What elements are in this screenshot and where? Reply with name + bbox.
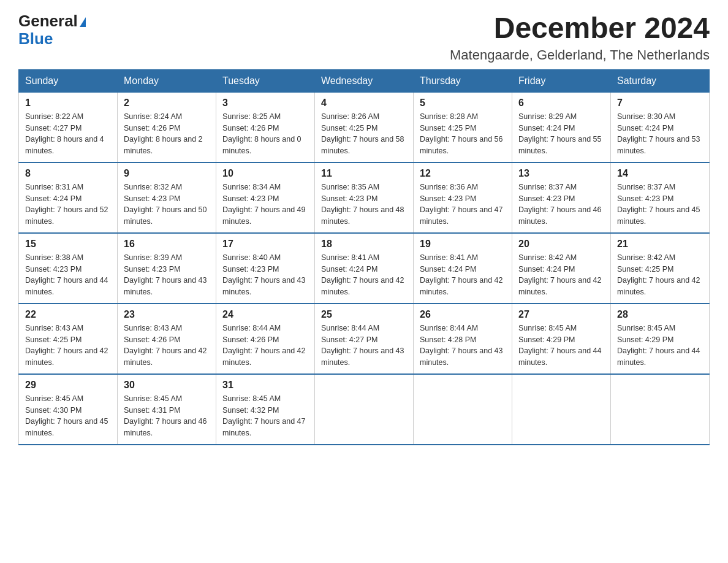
day-info: Sunrise: 8:29 AMSunset: 4:24 PMDaylight:… xyxy=(518,111,604,157)
table-row: 6Sunrise: 8:29 AMSunset: 4:24 PMDaylight… xyxy=(512,92,611,163)
header-friday: Friday xyxy=(512,70,611,92)
day-number: 13 xyxy=(518,168,604,179)
calendar-week-row: 22Sunrise: 8:43 AMSunset: 4:25 PMDayligh… xyxy=(19,304,710,374)
table-row: 24Sunrise: 8:44 AMSunset: 4:26 PMDayligh… xyxy=(216,304,315,374)
table-row xyxy=(512,374,611,445)
table-row: 2Sunrise: 8:24 AMSunset: 4:26 PMDaylight… xyxy=(118,92,216,163)
day-info: Sunrise: 8:45 AMSunset: 4:31 PMDaylight:… xyxy=(124,393,210,439)
day-info: Sunrise: 8:42 AMSunset: 4:24 PMDaylight:… xyxy=(518,252,604,298)
day-number: 5 xyxy=(420,98,506,109)
day-number: 22 xyxy=(25,309,111,320)
logo-general-text: General xyxy=(18,12,78,30)
day-number: 26 xyxy=(420,309,506,320)
calendar-table: Sunday Monday Tuesday Wednesday Thursday… xyxy=(18,69,710,445)
day-info: Sunrise: 8:41 AMSunset: 4:24 PMDaylight:… xyxy=(420,252,506,298)
table-row: 19Sunrise: 8:41 AMSunset: 4:24 PMDayligh… xyxy=(414,233,512,304)
day-info: Sunrise: 8:26 AMSunset: 4:25 PMDaylight:… xyxy=(321,111,407,157)
day-info: Sunrise: 8:22 AMSunset: 4:27 PMDaylight:… xyxy=(25,111,111,157)
table-row: 12Sunrise: 8:36 AMSunset: 4:23 PMDayligh… xyxy=(414,163,512,233)
table-row: 30Sunrise: 8:45 AMSunset: 4:31 PMDayligh… xyxy=(118,374,216,445)
day-info: Sunrise: 8:31 AMSunset: 4:24 PMDaylight:… xyxy=(25,182,111,228)
day-info: Sunrise: 8:43 AMSunset: 4:25 PMDaylight:… xyxy=(25,323,111,369)
header-sunday: Sunday xyxy=(19,70,118,92)
day-number: 18 xyxy=(321,239,407,250)
table-row xyxy=(315,374,414,445)
table-row: 16Sunrise: 8:39 AMSunset: 4:23 PMDayligh… xyxy=(118,233,216,304)
day-info: Sunrise: 8:37 AMSunset: 4:23 PMDaylight:… xyxy=(617,182,703,228)
day-info: Sunrise: 8:34 AMSunset: 4:23 PMDaylight:… xyxy=(222,182,308,228)
day-number: 16 xyxy=(124,239,210,250)
table-row: 15Sunrise: 8:38 AMSunset: 4:23 PMDayligh… xyxy=(19,233,118,304)
day-info: Sunrise: 8:37 AMSunset: 4:23 PMDaylight:… xyxy=(518,182,604,228)
table-row: 27Sunrise: 8:45 AMSunset: 4:29 PMDayligh… xyxy=(512,304,611,374)
day-info: Sunrise: 8:39 AMSunset: 4:23 PMDaylight:… xyxy=(124,252,210,298)
day-number: 1 xyxy=(25,98,111,109)
day-info: Sunrise: 8:45 AMSunset: 4:29 PMDaylight:… xyxy=(518,323,604,369)
day-info: Sunrise: 8:44 AMSunset: 4:27 PMDaylight:… xyxy=(321,323,407,369)
table-row: 11Sunrise: 8:35 AMSunset: 4:23 PMDayligh… xyxy=(315,163,414,233)
calendar-week-row: 1Sunrise: 8:22 AMSunset: 4:27 PMDaylight… xyxy=(19,92,710,163)
day-number: 12 xyxy=(420,168,506,179)
day-number: 11 xyxy=(321,168,407,179)
day-number: 10 xyxy=(222,168,308,179)
day-number: 20 xyxy=(518,239,604,250)
day-info: Sunrise: 8:30 AMSunset: 4:24 PMDaylight:… xyxy=(617,111,703,157)
day-number: 15 xyxy=(25,239,111,250)
day-number: 21 xyxy=(617,239,703,250)
header-thursday: Thursday xyxy=(414,70,512,92)
location-text: Matengaarde, Gelderland, The Netherlands xyxy=(450,47,710,63)
day-info: Sunrise: 8:28 AMSunset: 4:25 PMDaylight:… xyxy=(420,111,506,157)
day-number: 7 xyxy=(617,98,703,109)
day-number: 24 xyxy=(222,309,308,320)
table-row: 13Sunrise: 8:37 AMSunset: 4:23 PMDayligh… xyxy=(512,163,611,233)
page-header: General Blue December 2024 Matengaarde, … xyxy=(18,12,710,63)
table-row: 8Sunrise: 8:31 AMSunset: 4:24 PMDaylight… xyxy=(19,163,118,233)
day-info: Sunrise: 8:42 AMSunset: 4:25 PMDaylight:… xyxy=(617,252,703,298)
table-row: 4Sunrise: 8:26 AMSunset: 4:25 PMDaylight… xyxy=(315,92,414,163)
table-row: 3Sunrise: 8:25 AMSunset: 4:26 PMDaylight… xyxy=(216,92,315,163)
day-number: 23 xyxy=(124,309,210,320)
day-info: Sunrise: 8:44 AMSunset: 4:28 PMDaylight:… xyxy=(420,323,506,369)
day-info: Sunrise: 8:36 AMSunset: 4:23 PMDaylight:… xyxy=(420,182,506,228)
day-info: Sunrise: 8:32 AMSunset: 4:23 PMDaylight:… xyxy=(124,182,210,228)
table-row: 20Sunrise: 8:42 AMSunset: 4:24 PMDayligh… xyxy=(512,233,611,304)
day-info: Sunrise: 8:45 AMSunset: 4:30 PMDaylight:… xyxy=(25,393,111,439)
table-row: 9Sunrise: 8:32 AMSunset: 4:23 PMDaylight… xyxy=(118,163,216,233)
logo-blue-text: Blue xyxy=(18,29,53,48)
day-number: 28 xyxy=(617,309,703,320)
day-info: Sunrise: 8:35 AMSunset: 4:23 PMDaylight:… xyxy=(321,182,407,228)
table-row xyxy=(611,374,710,445)
day-info: Sunrise: 8:45 AMSunset: 4:32 PMDaylight:… xyxy=(222,393,308,439)
day-number: 3 xyxy=(222,98,308,109)
day-info: Sunrise: 8:40 AMSunset: 4:23 PMDaylight:… xyxy=(222,252,308,298)
logo: General Blue xyxy=(18,12,86,47)
logo-triangle-icon xyxy=(80,17,86,27)
table-row: 31Sunrise: 8:45 AMSunset: 4:32 PMDayligh… xyxy=(216,374,315,445)
table-row: 14Sunrise: 8:37 AMSunset: 4:23 PMDayligh… xyxy=(611,163,710,233)
table-row: 5Sunrise: 8:28 AMSunset: 4:25 PMDaylight… xyxy=(414,92,512,163)
day-number: 25 xyxy=(321,309,407,320)
title-area: December 2024 Matengaarde, Gelderland, T… xyxy=(450,12,710,63)
day-number: 30 xyxy=(124,380,210,391)
day-info: Sunrise: 8:41 AMSunset: 4:24 PMDaylight:… xyxy=(321,252,407,298)
day-number: 31 xyxy=(222,380,308,391)
table-row: 1Sunrise: 8:22 AMSunset: 4:27 PMDaylight… xyxy=(19,92,118,163)
day-number: 17 xyxy=(222,239,308,250)
table-row: 10Sunrise: 8:34 AMSunset: 4:23 PMDayligh… xyxy=(216,163,315,233)
header-saturday: Saturday xyxy=(611,70,710,92)
day-number: 8 xyxy=(25,168,111,179)
day-number: 2 xyxy=(124,98,210,109)
day-info: Sunrise: 8:25 AMSunset: 4:26 PMDaylight:… xyxy=(222,111,308,157)
calendar-week-row: 29Sunrise: 8:45 AMSunset: 4:30 PMDayligh… xyxy=(19,374,710,445)
day-number: 19 xyxy=(420,239,506,250)
calendar-week-row: 8Sunrise: 8:31 AMSunset: 4:24 PMDaylight… xyxy=(19,163,710,233)
weekday-header-row: Sunday Monday Tuesday Wednesday Thursday… xyxy=(19,70,710,92)
day-number: 27 xyxy=(518,309,604,320)
calendar-week-row: 15Sunrise: 8:38 AMSunset: 4:23 PMDayligh… xyxy=(19,233,710,304)
header-tuesday: Tuesday xyxy=(216,70,315,92)
table-row: 28Sunrise: 8:45 AMSunset: 4:29 PMDayligh… xyxy=(611,304,710,374)
table-row: 17Sunrise: 8:40 AMSunset: 4:23 PMDayligh… xyxy=(216,233,315,304)
day-number: 9 xyxy=(124,168,210,179)
day-info: Sunrise: 8:43 AMSunset: 4:26 PMDaylight:… xyxy=(124,323,210,369)
header-monday: Monday xyxy=(118,70,216,92)
